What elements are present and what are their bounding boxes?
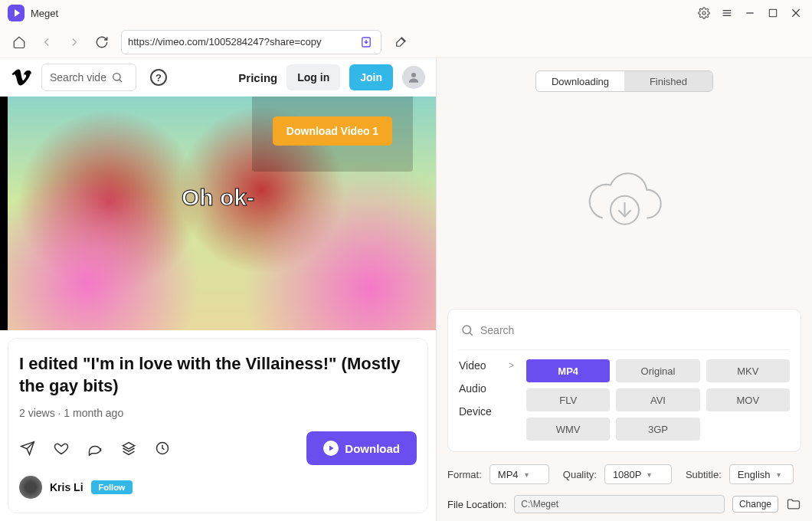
quality-select[interactable]: 1080P▾	[604, 464, 672, 484]
tab-finished[interactable]: Finished	[624, 71, 712, 91]
format-mkv[interactable]: MKV	[706, 359, 790, 382]
app-logo	[8, 5, 25, 21]
format-select[interactable]: MP4▾	[489, 464, 549, 484]
options-row: Format: MP4▾ Quality: 1080P▾ Subtitle: E…	[437, 460, 812, 489]
category-video[interactable]: Video>	[459, 359, 514, 372]
category-device[interactable]: Device	[459, 405, 514, 418]
like-icon[interactable]	[53, 440, 70, 457]
url-bar[interactable]	[121, 30, 381, 54]
app-title: Meget	[31, 8, 58, 19]
download-tabs: Downloading Finished	[535, 70, 713, 92]
video-meta: 2 views · 1 month ago	[19, 407, 417, 419]
chevron-down-icon: ▾	[525, 470, 529, 479]
format-mp4[interactable]: MP4	[526, 359, 610, 382]
chevron-down-icon: ▾	[777, 470, 781, 479]
paste-url-icon[interactable]	[358, 34, 375, 51]
brush-icon[interactable]	[392, 34, 409, 51]
maximize-icon[interactable]	[765, 5, 781, 21]
search-placeholder-text: Search vide	[50, 71, 106, 84]
format-label: Format:	[447, 469, 482, 480]
url-input[interactable]	[128, 36, 358, 48]
comment-icon[interactable]	[87, 440, 103, 457]
video-info-card: I edited "I'm in love with the Villaines…	[8, 338, 428, 513]
user-avatar-icon[interactable]	[402, 66, 425, 89]
reload-icon[interactable]	[93, 34, 110, 51]
format-wmv[interactable]: WMV	[526, 418, 610, 441]
cloud-download-icon	[584, 171, 665, 231]
close-icon[interactable]	[787, 5, 804, 21]
format-search-placeholder: Search	[480, 324, 514, 336]
chevron-down-icon: ▾	[647, 470, 651, 479]
subtitle-select[interactable]: English▾	[729, 464, 794, 484]
vimeo-logo-icon	[11, 67, 32, 88]
open-folder-icon[interactable]	[786, 496, 801, 512]
format-category-tabs: Video> Audio Device	[459, 359, 514, 441]
vimeo-search[interactable]: Search vide	[41, 64, 136, 91]
download-video-button[interactable]: Download Video 1	[273, 116, 392, 146]
change-location-button[interactable]: Change	[732, 496, 778, 513]
uploader-avatar[interactable]	[19, 476, 42, 499]
share-icon[interactable]	[19, 440, 36, 457]
settings-icon[interactable]	[696, 5, 712, 21]
uploader-name[interactable]: Kris Li	[50, 481, 83, 493]
svg-line-15	[470, 333, 473, 336]
location-input[interactable]	[514, 495, 725, 513]
help-icon[interactable]: ?	[150, 69, 167, 86]
pricing-link[interactable]: Pricing	[238, 71, 277, 84]
category-audio[interactable]: Audio	[459, 382, 514, 395]
format-grid: MP4 Original MKV FLV AVI MOV WMV 3GP	[526, 359, 790, 441]
download-panel: Downloading Finished Search Video> Audio…	[437, 58, 812, 521]
format-panel: Search Video> Audio Device MP4 Original …	[447, 309, 801, 452]
browser-pane: Search vide ? Pricing Log in Join Oh ok-…	[0, 58, 437, 521]
uploader-row: Kris Li Follow	[19, 476, 417, 499]
follow-button[interactable]: Follow	[91, 480, 133, 494]
download-button-label: Download	[345, 442, 400, 455]
video-player[interactable]: Oh ok- Download Video 1	[0, 97, 436, 329]
format-search[interactable]: Search	[459, 320, 790, 350]
video-caption: Oh ok-	[182, 185, 254, 211]
download-button[interactable]: Download	[306, 431, 417, 465]
vimeo-header: Search vide ? Pricing Log in Join	[0, 58, 436, 97]
empty-downloads	[437, 92, 812, 309]
login-button[interactable]: Log in	[286, 64, 340, 90]
home-icon[interactable]	[11, 34, 28, 51]
search-icon	[111, 71, 123, 84]
svg-point-9	[113, 74, 120, 80]
join-button[interactable]: Join	[349, 64, 393, 90]
video-title: I edited "I'm in love with the Villaines…	[19, 352, 417, 398]
format-flv[interactable]: FLV	[526, 388, 610, 411]
browser-toolbar	[0, 26, 812, 58]
download-overlay: Download Video 1	[252, 97, 413, 172]
download-button-icon	[323, 441, 339, 456]
svg-point-14	[463, 326, 471, 334]
collections-icon[interactable]	[120, 440, 137, 457]
menu-icon[interactable]	[719, 5, 735, 21]
format-3gp[interactable]: 3GP	[616, 418, 699, 441]
location-label: File Location:	[447, 499, 506, 510]
subtitle-label: Subtitle:	[686, 469, 722, 480]
quality-label: Quality:	[563, 469, 597, 480]
titlebar: Meget	[0, 0, 812, 26]
format-original[interactable]: Original	[616, 359, 699, 382]
minimize-icon[interactable]	[742, 5, 758, 21]
chevron-right-icon: >	[509, 360, 514, 371]
format-avi[interactable]: AVI	[616, 388, 699, 411]
svg-line-10	[120, 80, 122, 82]
back-icon[interactable]	[38, 34, 55, 51]
tab-downloading[interactable]: Downloading	[536, 71, 624, 91]
svg-point-0	[702, 11, 706, 15]
forward-icon[interactable]	[66, 34, 83, 51]
search-icon	[460, 323, 474, 337]
svg-point-11	[411, 73, 416, 77]
format-mov[interactable]: MOV	[706, 388, 790, 411]
location-row: File Location: Change	[437, 489, 812, 521]
svg-rect-5	[769, 9, 776, 16]
watch-later-icon[interactable]	[154, 440, 171, 457]
